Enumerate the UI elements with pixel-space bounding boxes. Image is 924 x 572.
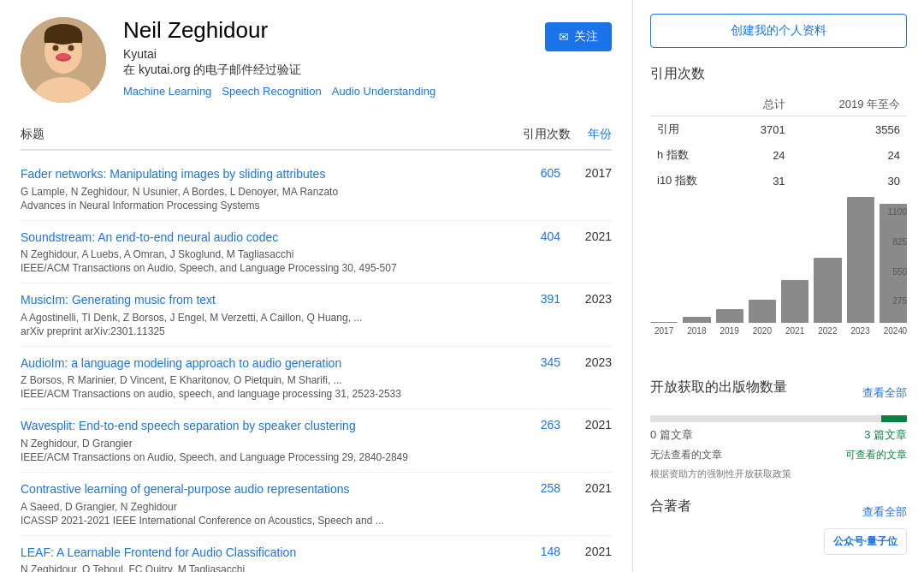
open-access-title: 开放获取的出版物数量	[650, 378, 787, 396]
bar-col: 2022	[814, 258, 841, 336]
oa-labels: 0 篇文章 3 篇文章	[650, 427, 907, 443]
profile-info: Neil Zeghidour Kyutai 在 kyutai.org 的电子邮件…	[123, 17, 528, 98]
paper-year: 2023	[578, 292, 612, 306]
table-row: MusicIm: Generating music from text A Ag…	[21, 283, 612, 347]
paper-authors: Z Borsos, R Marinier, D Vincent, E Khari…	[21, 374, 526, 386]
paper-year: 2021	[578, 545, 612, 558]
tag-speech-recognition[interactable]: Speech Recognition	[222, 85, 321, 98]
bar	[749, 300, 776, 323]
year-col-header[interactable]: 年份	[588, 127, 612, 142]
profile-email: 在 kyutai.org 的电子邮件经过验证	[123, 63, 528, 78]
citations-col-empty	[650, 93, 733, 116]
coauthors-title: 合著者	[650, 498, 691, 515]
paper-citations[interactable]: 404	[526, 229, 560, 243]
bar	[716, 309, 743, 323]
row-label: h 指数	[650, 142, 733, 168]
paper-citations[interactable]: 258	[526, 481, 560, 495]
oa-label-no-access: 0 篇文章	[650, 427, 693, 443]
bar	[683, 317, 710, 323]
bar-col: 2020	[749, 300, 776, 336]
bar-chart: 20172018201920202021202220232024	[650, 207, 907, 336]
chart-y-label: 825	[892, 237, 907, 247]
paper-title[interactable]: LEAF: A Learnable Frontend for Audio Cla…	[21, 545, 526, 562]
coauthors-view-all[interactable]: 查看全部	[862, 504, 907, 520]
paper-citations[interactable]: 391	[526, 292, 560, 306]
bar	[650, 322, 678, 323]
citations-col-since: 2019 年至今	[792, 93, 907, 116]
oa-policy-note: 根据资助方的强制性开放获取政策	[650, 468, 907, 480]
follow-button[interactable]: ✉ 关注	[545, 22, 612, 51]
chart-y-labels: 11008255502750	[888, 207, 907, 336]
citations-row-citations: 引用 3701 3556	[650, 116, 907, 143]
profile-tags: Machine Learning Speech Recognition Audi…	[123, 85, 528, 98]
chart-y-label: 550	[892, 267, 907, 277]
citations-row-i10: i10 指数 31 30	[650, 168, 907, 194]
bar-col: 2019	[716, 309, 743, 336]
paper-authors: A Saeed, D Grangier, N Zeghidour	[21, 501, 526, 513]
bar-col: 2017	[650, 322, 678, 336]
svg-point-4	[68, 45, 74, 51]
paper-title[interactable]: Soundstream: An end-to-end neural audio …	[21, 229, 526, 247]
citations-col-total: 总计	[733, 93, 792, 116]
paper-citations[interactable]: 148	[526, 545, 560, 558]
paper-venue: arXiv preprint arXiv:2301.11325	[21, 325, 526, 337]
paper-citations[interactable]: 345	[526, 355, 560, 369]
paper-year: 2017	[578, 166, 612, 180]
papers-list: Fader networks: Manipulating images by s…	[21, 158, 612, 572]
citations-col-header: 引用次数	[523, 127, 571, 142]
paper-authors: N Zeghidour, O Teboul, FC Quitry, M Tagl…	[21, 563, 526, 572]
profile-name: Neil Zeghidour	[123, 17, 528, 44]
bar-year-label: 2017	[654, 326, 673, 336]
oa-note-with-access[interactable]: 可查看的文章	[845, 448, 907, 462]
bar	[814, 258, 841, 323]
open-access-section: 开放获取的出版物数量 查看全部 0 篇文章 3 篇文章 无法查看的文章 可查看的…	[650, 378, 907, 480]
paper-title[interactable]: AudioIm: a language modeling approach to…	[21, 355, 526, 372]
bar	[847, 197, 874, 323]
create-profile-button[interactable]: 创建我的个人资料	[650, 14, 907, 48]
tag-audio-understanding[interactable]: Audio Understanding	[332, 85, 435, 98]
bar-year-label: 2018	[687, 326, 706, 336]
paper-title[interactable]: Contrastive learning of general-purpose …	[21, 481, 526, 498]
paper-title[interactable]: Fader networks: Manipulating images by s…	[21, 166, 526, 183]
paper-year: 2021	[578, 418, 612, 432]
table-row: Contrastive learning of general-purpose …	[21, 473, 612, 536]
paper-title[interactable]: MusicIm: Generating music from text	[21, 292, 526, 309]
bar-year-label: 2023	[851, 326, 870, 336]
table-row: Soundstream: An end-to-end neural audio …	[21, 221, 612, 284]
row-total: 31	[733, 168, 792, 194]
paper-authors: N Zeghidour, A Luebs, A Omran, J Skoglun…	[21, 248, 526, 260]
mail-icon: ✉	[559, 30, 569, 44]
coauthors-section: 合著者 查看全部	[650, 498, 907, 526]
open-access-view-all[interactable]: 查看全部	[862, 385, 907, 401]
paper-title[interactable]: Wavesplit: End-to-end speech separation …	[21, 418, 526, 435]
row-label: 引用	[650, 116, 733, 143]
svg-point-3	[53, 45, 59, 51]
oa-progress-bar	[650, 415, 907, 422]
table-row: Fader networks: Manipulating images by s…	[21, 158, 612, 221]
table-row: AudioIm: a language modeling approach to…	[21, 347, 612, 410]
oa-label-with-access[interactable]: 3 篇文章	[864, 427, 907, 443]
citations-title: 引用次数	[650, 65, 907, 83]
paper-authors: G Lample, N Zeghidour, N Usunier, A Bord…	[21, 186, 526, 198]
profile-section: Neil Zeghidour Kyutai 在 kyutai.org 的电子邮件…	[21, 17, 612, 103]
paper-venue: ICASSP 2021-2021 IEEE International Conf…	[21, 515, 526, 527]
main-panel: Neil Zeghidour Kyutai 在 kyutai.org 的电子邮件…	[0, 0, 633, 572]
bar-col: 2021	[781, 280, 808, 336]
paper-venue: IEEE/ACM Transactions on Audio, Speech, …	[21, 262, 526, 274]
paper-citations[interactable]: 605	[526, 166, 560, 180]
tag-machine-learning[interactable]: Machine Learning	[123, 85, 211, 98]
citations-section: 引用次数 总计 2019 年至今 引用 3701 3556	[650, 65, 907, 361]
profile-org: Kyutai	[123, 47, 528, 61]
citations-row-h: h 指数 24 24	[650, 142, 907, 168]
paper-citations[interactable]: 263	[526, 418, 560, 432]
row-total: 24	[733, 142, 792, 168]
oa-bar-grey	[650, 415, 881, 422]
paper-venue: IEEE/ACM Transactions on Audio, Speech, …	[21, 451, 526, 463]
citations-table: 总计 2019 年至今 引用 3701 3556 h 指数 24 24	[650, 93, 907, 194]
table-row: LEAF: A Learnable Frontend for Audio Cla…	[21, 536, 612, 572]
avatar	[21, 17, 106, 103]
watermark-brand: 公众号·量子位	[833, 535, 897, 547]
row-label: i10 指数	[650, 168, 733, 194]
row-since: 24	[792, 142, 907, 168]
paper-venue: IEEE/ACM Transactions on audio, speech, …	[21, 388, 526, 400]
